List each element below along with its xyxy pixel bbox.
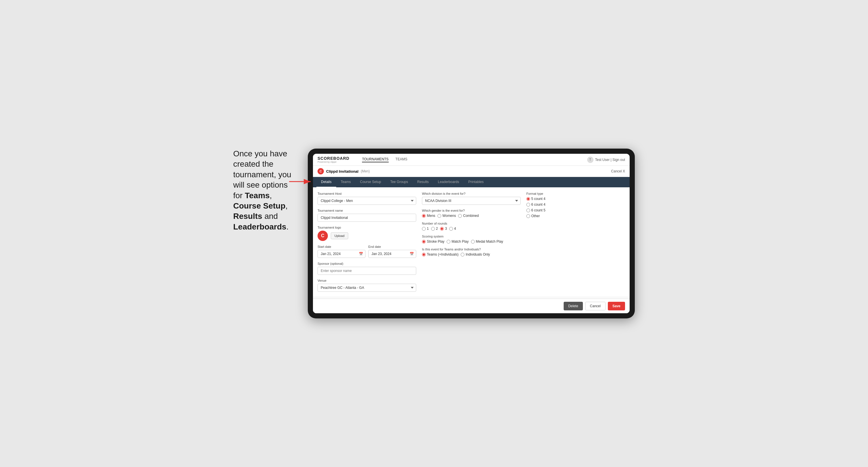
arrow-icon	[288, 175, 313, 189]
rounds-3[interactable]: 3	[440, 227, 447, 230]
gender-combined-radio[interactable]	[458, 214, 462, 218]
tab-tee-groups[interactable]: Tee Groups	[385, 177, 412, 187]
format-6count4[interactable]: 6 count 4	[526, 203, 625, 207]
individuals-only[interactable]: Individuals Only	[461, 252, 490, 256]
tab-course-setup[interactable]: Course Setup	[355, 177, 385, 187]
rounds-1[interactable]: 1	[422, 227, 429, 230]
sidebar-bold-results: Results	[233, 212, 262, 221]
scoring-label: Scoring system	[422, 235, 521, 238]
end-calendar-icon: 📅	[410, 252, 414, 256]
teams-plus-label: Teams (+Individuals)	[427, 252, 458, 256]
tab-leaderboards[interactable]: Leaderboards	[433, 177, 464, 187]
user-avatar: T	[587, 157, 593, 163]
cancel-top-button[interactable]: Cancel X	[611, 169, 625, 173]
upload-button[interactable]: Upload	[331, 232, 348, 239]
gender-mens-label: Mens	[427, 214, 435, 218]
format-radio-group: 5 count 4 6 count 4 6 count 5	[526, 197, 625, 218]
logo-upload-area: C Upload	[317, 230, 416, 241]
start-date-wrap: 📅	[317, 250, 366, 258]
gender-radio-row: Mens Womens Combined	[422, 214, 521, 218]
tournament-logo-label: Tournament logo	[317, 226, 416, 229]
start-date-group: Start date 📅	[317, 245, 366, 258]
scoring-medal-radio[interactable]	[471, 240, 475, 244]
tournament-name-input[interactable]	[317, 214, 416, 222]
logo-area: SCOREBOARD Powered by clippd	[317, 156, 349, 163]
form-column-3: Format type 5 count 4 6 count 4	[526, 192, 625, 292]
form-column-2: Which division is the event for? NCAA Di…	[422, 192, 521, 292]
start-date-label: Start date	[317, 245, 366, 248]
page-wrapper: Once you have created the tournament, yo…	[233, 149, 635, 318]
format-other[interactable]: Other	[526, 214, 625, 218]
rounds-2[interactable]: 2	[431, 227, 438, 230]
venue-group: Venue Peachtree GC - Atlanta - GA	[317, 279, 416, 292]
tournament-name-label: Tournament name	[317, 209, 416, 212]
scoring-medal-match[interactable]: Medal Match Play	[471, 240, 503, 244]
breadcrumb-type: (Men)	[361, 169, 370, 173]
scoring-stroke[interactable]: Stroke Play	[422, 240, 444, 244]
gender-mens-radio[interactable]	[422, 214, 426, 218]
tournament-logo-group: Tournament logo C Upload	[317, 226, 416, 241]
format-other-label: Other	[531, 214, 540, 218]
rounds-1-radio[interactable]	[422, 227, 426, 230]
format-other-radio[interactable]	[526, 214, 530, 218]
gender-mens[interactable]: Mens	[422, 214, 435, 218]
rounds-4[interactable]: 4	[449, 227, 456, 230]
sponsor-group: Sponsor (optional)	[317, 262, 416, 275]
gender-womens-radio[interactable]	[437, 214, 441, 218]
sidebar-text: Once you have created the tournament, yo…	[233, 149, 296, 232]
save-button[interactable]: Save	[608, 302, 625, 310]
teams-radio-row: Teams (+Individuals) Individuals Only	[422, 252, 521, 256]
form-area: Tournament Host Clippd College - Men Tou…	[313, 187, 630, 296]
tournament-host-label: Tournament Host	[317, 192, 416, 195]
gender-combined[interactable]: Combined	[458, 214, 479, 218]
tournament-host-group: Tournament Host Clippd College - Men	[317, 192, 416, 205]
breadcrumb-bar: C Clippd Invitational (Men) Cancel X	[313, 166, 630, 177]
dates-group: Start date 📅 End date	[317, 245, 416, 258]
tab-teams[interactable]: Teams	[336, 177, 355, 187]
format-5count4[interactable]: 5 count 4	[526, 197, 625, 201]
teams-plus-individuals[interactable]: Teams (+Individuals)	[422, 252, 458, 256]
tab-printables[interactable]: Printables	[464, 177, 488, 187]
rounds-3-radio[interactable]	[440, 227, 444, 230]
tab-bar: Details Teams Course Setup Tee Groups Re…	[313, 177, 630, 187]
format-6count4-radio[interactable]	[526, 203, 530, 207]
rounds-1-label: 1	[427, 227, 429, 230]
rounds-2-radio[interactable]	[431, 227, 435, 230]
teams-plus-radio[interactable]	[422, 253, 426, 256]
date-row: Start date 📅 End date	[317, 245, 416, 258]
scoring-match-radio[interactable]	[446, 240, 451, 244]
start-date-input[interactable]	[317, 250, 366, 258]
tab-details[interactable]: Details	[316, 177, 336, 187]
format-5count4-radio[interactable]	[526, 197, 530, 201]
section-divider	[313, 296, 630, 299]
tab-results[interactable]: Results	[412, 177, 433, 187]
tournament-host-select[interactable]: Clippd College - Men	[317, 197, 416, 205]
venue-select[interactable]: Peachtree GC - Atlanta - GA	[317, 284, 416, 292]
user-label[interactable]: Test User | Sign out	[595, 158, 625, 162]
rounds-4-radio[interactable]	[449, 227, 453, 230]
sidebar-bold-leaderboards: Leaderboards	[233, 222, 286, 231]
cancel-button[interactable]: Cancel	[585, 302, 606, 310]
gender-womens[interactable]: Womens	[437, 214, 456, 218]
scoring-stroke-radio[interactable]	[422, 240, 426, 244]
format-6count5[interactable]: 6 count 5	[526, 208, 625, 212]
format-group: Format type 5 count 4 6 count 4	[526, 192, 625, 218]
nav-tournaments[interactable]: TOURNAMENTS	[362, 157, 389, 162]
end-date-input[interactable]	[368, 250, 416, 258]
format-6count5-label: 6 count 5	[531, 208, 545, 212]
scoring-match[interactable]: Match Play	[446, 240, 468, 244]
format-6count5-radio[interactable]	[526, 209, 530, 212]
user-area: T Test User | Sign out	[587, 157, 625, 163]
division-select[interactable]: NCAA Division III	[422, 197, 521, 205]
end-date-group: End date 📅	[368, 245, 416, 258]
format-5count4-label: 5 count 4	[531, 197, 545, 201]
individuals-only-radio[interactable]	[461, 253, 464, 256]
gender-combined-label: Combined	[463, 214, 479, 218]
sponsor-input[interactable]	[317, 267, 416, 275]
action-bar: Delete Cancel Save	[313, 299, 630, 313]
start-calendar-icon: 📅	[359, 252, 363, 256]
gender-womens-label: Womens	[442, 214, 456, 218]
nav-teams[interactable]: TEAMS	[396, 157, 407, 162]
rounds-label: Number of rounds	[422, 222, 521, 225]
delete-button[interactable]: Delete	[564, 302, 583, 310]
